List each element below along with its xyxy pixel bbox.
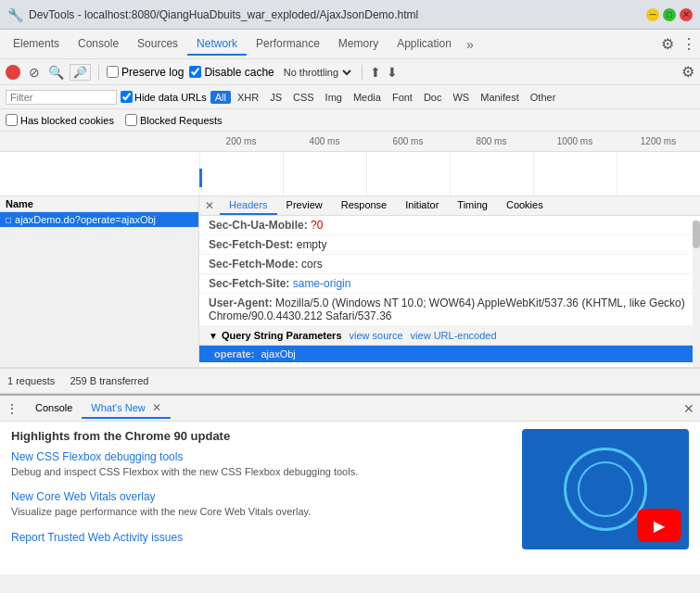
- filter-bar: Hide data URLs All XHR JS CSS Img Media …: [0, 85, 700, 109]
- bottom-panel: ⋮ Console What's New ✕ ✕ Highlights from…: [0, 394, 700, 574]
- detail-close-icon[interactable]: ✕: [199, 196, 220, 215]
- maximize-button[interactable]: □: [663, 8, 676, 21]
- detail-scroll-area[interactable]: Sec-Ch-Ua-Mobile: ?0 Sec-Fetch-Dest: emp…: [199, 216, 700, 362]
- header-row-sec-fetch-mode: Sec-Fetch-Mode: cors: [199, 255, 700, 274]
- item-checkbox: □: [6, 215, 11, 225]
- query-section-header[interactable]: ▼ Query String Parameters view source vi…: [199, 326, 700, 346]
- tab-memory[interactable]: Memory: [329, 33, 388, 56]
- filter-type-buttons: All XHR JS CSS Img Media Font Doc WS Man…: [210, 91, 561, 104]
- detail-tab-headers[interactable]: Headers: [220, 196, 277, 215]
- filter-xhr[interactable]: XHR: [233, 91, 263, 104]
- bottom-tab-close-icon[interactable]: ✕: [152, 401, 161, 414]
- preserve-log-checkbox[interactable]: Preserve log: [107, 66, 184, 79]
- bottom-tab-bar: ⋮ Console What's New ✕ ✕: [0, 396, 700, 422]
- header-row-sec-fetch-dest: Sec-Fetch-Dest: empty: [199, 235, 700, 255]
- detail-tab-timing[interactable]: Timing: [448, 196, 497, 215]
- bottom-content: Highlights from the Chrome 90 update New…: [0, 422, 700, 574]
- more-options-icon[interactable]: ⋮: [681, 35, 696, 53]
- timeline-labels: 200 ms 400 ms 600 ms 800 ms 1000 ms 1200…: [0, 136, 700, 146]
- filter-media[interactable]: Media: [349, 91, 386, 104]
- status-bar: 1 requests 259 B transferred: [0, 368, 700, 394]
- record-button[interactable]: [6, 65, 20, 80]
- tab-performance[interactable]: Performance: [247, 33, 329, 56]
- tab-elements[interactable]: Elements: [4, 33, 69, 56]
- detail-tab-response[interactable]: Response: [332, 196, 397, 215]
- name-list-item[interactable]: □ ajaxDemo.do?operate=ajaxObj: [0, 212, 198, 227]
- tab-sources[interactable]: Sources: [128, 33, 187, 56]
- detail-tab-preview[interactable]: Preview: [277, 196, 332, 215]
- timeline-800ms: 800 ms: [450, 136, 533, 146]
- toolbar-divider: [98, 65, 99, 80]
- header-row-sec-fetch-site: Sec-Fetch-Site: same-origin: [199, 274, 700, 294]
- tab-application[interactable]: Application: [388, 33, 461, 56]
- filter-ws[interactable]: WS: [448, 91, 474, 104]
- timeline-400ms: 400 ms: [283, 136, 366, 146]
- transferred-size: 259 B transferred: [70, 375, 148, 386]
- detail-tab-initiator[interactable]: Initiator: [396, 196, 448, 215]
- bottom-menu-icon[interactable]: ⋮: [6, 401, 19, 416]
- search-icon[interactable]: 🔎: [70, 64, 91, 81]
- view-source-link[interactable]: view source: [350, 330, 403, 341]
- throttle-select[interactable]: No throttling: [280, 66, 354, 79]
- news-link-0[interactable]: New CSS Flexbox debugging tools: [11, 450, 515, 463]
- filter-font[interactable]: Font: [388, 91, 417, 104]
- bottom-panel-close-icon[interactable]: ✕: [683, 401, 694, 416]
- filter-input[interactable]: [6, 90, 117, 105]
- news-link-1[interactable]: New Core Web Vitals overlay: [11, 490, 515, 503]
- bottom-left-content: Highlights from the Chrome 90 update New…: [11, 429, 522, 569]
- news-desc-1: Visualize page performance with the new …: [11, 505, 515, 519]
- network-settings-icon[interactable]: ⚙: [681, 63, 694, 81]
- scrollbar-thumb[interactable]: [693, 221, 700, 248]
- bottom-tab-console[interactable]: Console: [26, 399, 82, 418]
- header-row-user-agent: User-Agent: Mozilla/5.0 (Windows NT 10.0…: [199, 294, 700, 326]
- news-item-0: New CSS Flexbox debugging tools Debug an…: [11, 450, 515, 479]
- name-list: Name □ ajaxDemo.do?operate=ajaxObj: [0, 196, 199, 367]
- news-item-1: New Core Web Vitals overlay Visualize pa…: [11, 490, 515, 519]
- timeline-request-bar: [199, 169, 202, 187]
- close-button[interactable]: ✕: [680, 8, 693, 21]
- filter-img[interactable]: Img: [321, 91, 347, 104]
- network-toolbar: ⊘ 🔍 🔎 Preserve log Disable cache No thro…: [0, 59, 700, 85]
- timeline-col-3: [366, 152, 450, 196]
- minimize-button[interactable]: ─: [646, 8, 659, 21]
- more-tabs-icon[interactable]: »: [461, 37, 479, 52]
- timeline-col-4: [450, 152, 533, 196]
- detail-tab-cookies[interactable]: Cookies: [497, 196, 553, 215]
- filter-manifest[interactable]: Manifest: [476, 91, 524, 104]
- blocked-requests-checkbox[interactable]: Blocked Requests: [125, 114, 223, 126]
- filter-doc[interactable]: Doc: [419, 91, 447, 104]
- timeline-col-5: [533, 152, 617, 196]
- bottom-right-content: [522, 429, 689, 569]
- video-thumbnail[interactable]: [522, 429, 689, 549]
- disable-cache-checkbox[interactable]: Disable cache: [189, 66, 274, 79]
- name-column-header: Name: [0, 196, 198, 212]
- query-param-row: operate: ajaxObj: [199, 346, 700, 362]
- tab-console[interactable]: Console: [69, 33, 128, 56]
- news-desc-0: Debug and inspect CSS Flexbox with the n…: [11, 465, 515, 479]
- hide-data-urls-checkbox[interactable]: Hide data URLs: [121, 91, 207, 103]
- timeline-col-6: [617, 152, 700, 196]
- settings-gear-icon[interactable]: ⚙: [661, 35, 674, 53]
- timeline-col-1: [199, 152, 283, 196]
- filter-js[interactable]: JS: [265, 91, 286, 104]
- bottom-tab-whats-new[interactable]: What's New ✕: [82, 398, 170, 419]
- section-arrow-icon: ▼: [209, 331, 218, 341]
- filter-all[interactable]: All: [210, 91, 231, 104]
- download-icon[interactable]: ⬇: [387, 65, 398, 80]
- video-play-button[interactable]: [637, 509, 681, 542]
- devtools-favicon: 🔧: [7, 7, 23, 22]
- upload-icon[interactable]: ⬆: [370, 65, 381, 80]
- news-link-2[interactable]: Report Trusted Web Activity issues: [11, 531, 515, 544]
- view-url-encoded-link[interactable]: view URL-encoded: [411, 330, 497, 341]
- filter-icon[interactable]: 🔍: [48, 65, 64, 80]
- filter-other[interactable]: Other: [526, 91, 561, 104]
- filter-css[interactable]: CSS: [288, 91, 319, 104]
- stop-button[interactable]: ⊘: [26, 64, 43, 81]
- requests-count: 1 requests: [7, 375, 55, 386]
- video-circle-inner: [578, 461, 633, 517]
- blocked-bar: Has blocked cookies Blocked Requests: [0, 109, 700, 132]
- tab-network[interactable]: Network: [187, 33, 247, 56]
- has-blocked-cookies[interactable]: Has blocked cookies: [6, 114, 114, 126]
- news-item-2: Report Trusted Web Activity issues: [11, 531, 515, 544]
- detail-scrollbar[interactable]: [693, 221, 700, 367]
